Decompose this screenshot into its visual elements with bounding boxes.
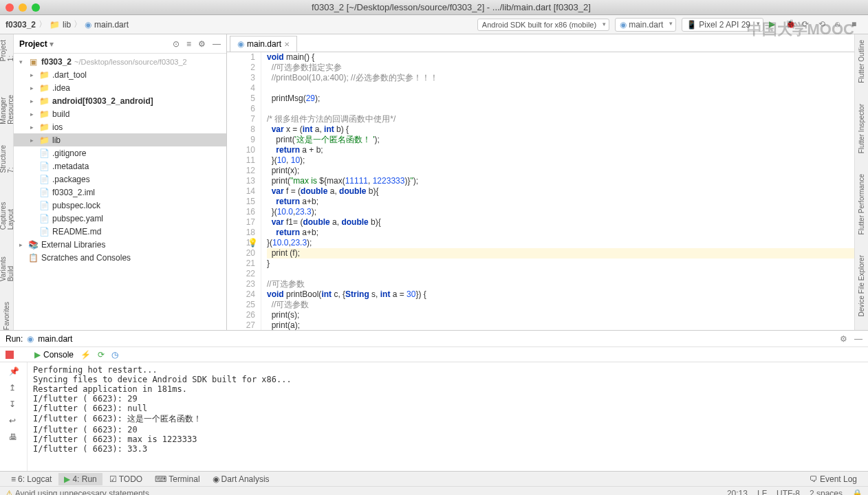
btab-run[interactable]: ▶4: Run <box>58 473 102 485</box>
btab-event-log[interactable]: 🗨Event Log <box>804 473 862 485</box>
tree-item-build[interactable]: ▸📁build <box>14 107 226 120</box>
editor-tab-main[interactable]: ◉ main.dart ✕ <box>230 36 297 52</box>
run-header: Run: ◉ main.dart ⚙ — <box>0 331 868 347</box>
tree-item--metadata[interactable]: 📄.metadata <box>14 160 226 173</box>
breadcrumb-file[interactable]: main.dart <box>94 20 129 30</box>
rail-flutter-outline[interactable]: Flutter Outline <box>858 40 865 83</box>
btab-todo[interactable]: ☑TODO <box>104 473 148 485</box>
tree-arrow-icon[interactable]: ▸ <box>30 111 39 118</box>
dart-icon: ◉ <box>213 474 219 484</box>
tree-item--idea[interactable]: ▸📁.idea <box>14 81 226 94</box>
rail-favorites[interactable]: Favorites <box>3 302 10 330</box>
tree-item--dart_tool[interactable]: ▸📁.dart_tool <box>14 68 226 81</box>
file-icon: 📄 <box>39 175 50 184</box>
tree-arrow-icon[interactable]: ▸ <box>30 124 39 131</box>
zoom-window-icon[interactable] <box>32 3 40 12</box>
select-opened-icon[interactable]: ⊙ <box>173 39 180 49</box>
console-output[interactable]: Performing hot restart... Syncing files … <box>28 362 868 471</box>
btab-run-label: 4: Run <box>72 474 96 484</box>
run-button[interactable]: ▶ <box>769 19 780 30</box>
window-title: f0303_2 [~/Desktop/lesson/source/f0303_2… <box>40 2 862 12</box>
hot-reload-icon[interactable]: ⚡ <box>80 350 91 360</box>
stop-button[interactable]: ■ <box>851 19 862 30</box>
project-panel-title[interactable]: Project <box>19 39 47 49</box>
tree-external-libraries[interactable]: ▸ 📚 External Libraries <box>14 238 226 251</box>
tree-arrow-icon[interactable]: ▸ <box>30 98 39 104</box>
chevron-down-icon[interactable]: ▾ <box>19 58 28 65</box>
tree-item-lib[interactable]: ▸📁lib <box>14 133 226 146</box>
rail-flutter-inspector[interactable]: Flutter Inspector <box>858 104 865 153</box>
minimize-window-icon[interactable] <box>19 3 27 12</box>
status-caret-pos[interactable]: 20:13 <box>727 489 748 496</box>
avd-selector[interactable]: 📱 Pixel 2 API 29 <box>682 18 763 32</box>
tree-item--gitignore[interactable]: 📄.gitignore <box>14 146 226 160</box>
tree-arrow-icon[interactable]: ▸ <box>30 85 39 91</box>
settings-icon[interactable]: ⚙ <box>198 39 206 49</box>
tree-arrow-icon[interactable]: ▸ <box>30 137 39 144</box>
expand-all-icon[interactable]: ≡ <box>186 39 191 49</box>
tree-scratches[interactable]: 📋 Scratches and Consoles <box>14 251 226 264</box>
editor-body[interactable]: 1234567891011121314151617181920212223242… <box>227 52 854 330</box>
debug-button[interactable]: 🐞 <box>785 19 796 30</box>
chevron-right-icon[interactable]: ▸ <box>19 241 28 248</box>
step-down-icon[interactable]: ↧ <box>9 399 19 409</box>
editor-tabs: ◉ main.dart ✕ <box>227 34 854 52</box>
event-log-icon: 🗨 <box>810 474 818 484</box>
breadcrumb-root[interactable]: f0303_2 <box>6 20 36 30</box>
rail-flutter-performance[interactable]: Flutter Performance <box>858 174 865 234</box>
tree-item-label: ios <box>52 122 63 132</box>
code-content[interactable]: void main() { //可选参数指定实参 //printBool(10,… <box>261 52 854 330</box>
rail-structure[interactable]: 7: Structure <box>0 145 14 173</box>
rail-resource-manager[interactable]: Resource Manager <box>0 82 14 124</box>
tree-item-label: lib <box>52 135 61 145</box>
status-encoding[interactable]: UTF-8 <box>777 489 800 496</box>
tree-item--packages[interactable]: 📄.packages <box>14 173 226 186</box>
dropdown-icon[interactable]: ▾ <box>50 39 54 49</box>
stop-run-button[interactable] <box>6 351 14 359</box>
tree-item-pubspec-yaml[interactable]: 📄pubspec.yaml <box>14 212 226 225</box>
hide-icon[interactable]: — <box>213 39 221 49</box>
step-up-icon[interactable]: ↥ <box>9 383 19 393</box>
hot-restart-icon[interactable]: ⟳ <box>98 350 105 360</box>
close-window-icon[interactable] <box>6 3 14 12</box>
run-settings-icon[interactable]: ⚙ <box>840 334 847 344</box>
dart-file-icon: ◉ <box>237 39 244 49</box>
tree-item-pubspec-lock[interactable]: 📄pubspec.lock <box>14 199 226 212</box>
tree-item-ios[interactable]: ▸📁ios <box>14 120 226 133</box>
tree-arrow-icon[interactable]: ▸ <box>30 72 39 78</box>
coverage-button[interactable]: ⟳ <box>802 19 813 30</box>
attach-button[interactable]: ⎋ <box>835 19 846 30</box>
console-tab[interactable]: ▶ Console <box>34 350 74 360</box>
rail-layout-captures[interactable]: Layout Captures <box>0 193 14 230</box>
tree-item-README-md[interactable]: 📄README.md <box>14 225 226 238</box>
btab-logcat[interactable]: ≡6: Logcat <box>6 473 57 485</box>
run-hide-icon[interactable]: — <box>854 334 862 344</box>
run-config-selector[interactable]: ◉ main.dart <box>615 18 676 32</box>
file-icon: 📄 <box>39 188 50 197</box>
status-message: ⚠ Avoid using unnecessary statements. <box>6 489 151 496</box>
print-icon[interactable]: 🖶 <box>9 432 19 442</box>
open-devtools-icon[interactable]: ◷ <box>111 350 118 360</box>
tree-item-android[interactable]: ▸📁android [f0303_2_android] <box>14 94 226 107</box>
tree-root[interactable]: ▾ ▣ f0303_2 ~/Desktop/lesson/source/f030… <box>14 55 226 68</box>
rail-device-file-explorer[interactable]: Device File Explorer <box>858 255 865 316</box>
status-indent[interactable]: 2 spaces <box>810 489 843 496</box>
rail-project[interactable]: 1: Project <box>0 40 14 61</box>
tree-item-label: .packages <box>52 175 90 184</box>
btab-dart-analysis[interactable]: ◉Dart Analysis <box>207 473 275 485</box>
profile-button[interactable]: ⟲ <box>818 19 829 30</box>
btab-terminal[interactable]: ⌨Terminal <box>149 473 205 485</box>
project-tree[interactable]: ▾ ▣ f0303_2 ~/Desktop/lesson/source/f030… <box>14 54 226 330</box>
status-bar: ⚠ Avoid using unnecessary statements. 20… <box>0 486 868 495</box>
tree-item-f0303_2-iml[interactable]: 📄f0303_2.iml <box>14 186 226 199</box>
avd-label: Pixel 2 API 29 <box>699 20 750 30</box>
btab-event-log-label: Event Log <box>820 474 857 484</box>
rail-build-variants[interactable]: Build Variants <box>0 251 14 281</box>
close-tab-icon[interactable]: ✕ <box>284 41 290 48</box>
status-line-ending[interactable]: LF <box>757 489 767 496</box>
status-lock-icon[interactable]: 🔒 <box>852 489 862 496</box>
device-selector[interactable]: Android SDK built for x86 (mobile) <box>477 19 609 31</box>
attach-debugger-icon[interactable]: 📌 <box>9 366 19 376</box>
wrap-icon[interactable]: ↩ <box>9 416 19 426</box>
breadcrumb-folder[interactable]: lib <box>63 20 71 30</box>
